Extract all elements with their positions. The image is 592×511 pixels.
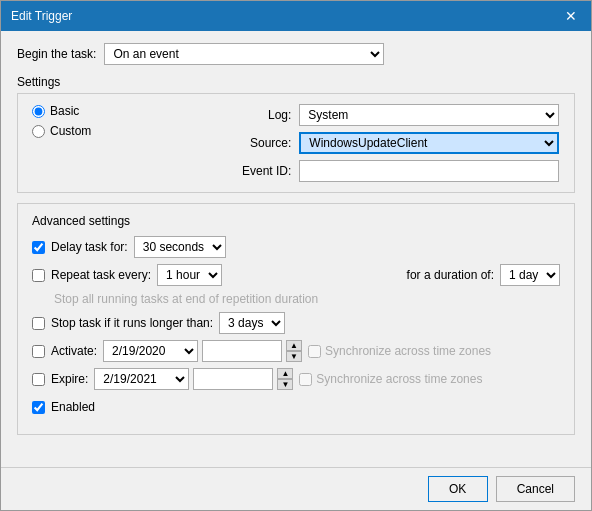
- radio-group: Basic Custom: [32, 104, 91, 138]
- activate-sync-group: Synchronize across time zones: [308, 344, 491, 358]
- stop-repetition-row: Stop all running tasks at end of repetit…: [32, 292, 560, 306]
- dialog-body: Begin the task: On an event Settings Bas…: [1, 31, 591, 467]
- activate-sync-label: Synchronize across time zones: [325, 344, 491, 358]
- begin-task-label: Begin the task:: [17, 47, 96, 61]
- radio-custom-label[interactable]: Custom: [32, 124, 91, 138]
- advanced-section-wrapper: Advanced settings Delay task for: 30 sec…: [17, 203, 575, 435]
- delay-row: Delay task for: 30 seconds: [32, 236, 560, 258]
- stop-task-row: Stop task if it runs longer than: 3 days: [32, 312, 560, 334]
- activate-sync-checkbox[interactable]: [308, 345, 321, 358]
- event-fields: Log: System Source: WindowsUpdateClient: [231, 104, 559, 182]
- activate-label: Activate:: [51, 344, 97, 358]
- settings-label: Settings: [17, 75, 575, 89]
- dialog-footer: OK Cancel: [1, 467, 591, 510]
- expire-spin-down[interactable]: ▼: [277, 379, 293, 390]
- expire-date-select[interactable]: 2/19/2021: [94, 368, 189, 390]
- expire-row: Expire: 2/19/2021 6:27:52 PM ▲ ▼ Syn: [32, 368, 560, 390]
- source-row: Source: WindowsUpdateClient: [231, 132, 559, 154]
- radio-custom[interactable]: [32, 125, 45, 138]
- activate-time-input[interactable]: 6:27:52 PM: [202, 340, 282, 362]
- repeat-row: Repeat task every: 1 hour for a duration…: [32, 264, 560, 286]
- cancel-button[interactable]: Cancel: [496, 476, 575, 502]
- radio-custom-text: Custom: [50, 124, 91, 138]
- title-bar: Edit Trigger ✕: [1, 1, 591, 31]
- log-select[interactable]: System: [299, 104, 559, 126]
- expire-time-input[interactable]: 6:27:52 PM: [193, 368, 273, 390]
- radio-basic-text: Basic: [50, 104, 79, 118]
- event-id-input[interactable]: 19: [299, 160, 559, 182]
- activate-row: Activate: 2/19/2020 6:27:52 PM ▲ ▼ S: [32, 340, 560, 362]
- repeat-label: Repeat task every:: [51, 268, 151, 282]
- stop-task-select[interactable]: 3 days: [219, 312, 285, 334]
- ok-button[interactable]: OK: [428, 476, 488, 502]
- log-row: Log: System: [231, 104, 559, 126]
- stop-repetition-text: Stop all running tasks at end of repetit…: [54, 292, 318, 306]
- activate-checkbox[interactable]: [32, 345, 45, 358]
- duration-group: for a duration of: 1 day: [407, 264, 560, 286]
- event-id-row: Event ID: 19: [231, 160, 559, 182]
- expire-spinner: ▲ ▼: [277, 368, 293, 390]
- delay-select[interactable]: 30 seconds: [134, 236, 226, 258]
- close-button[interactable]: ✕: [561, 6, 581, 26]
- repeat-checkbox[interactable]: [32, 269, 45, 282]
- delay-checkbox[interactable]: [32, 241, 45, 254]
- expire-sync-checkbox[interactable]: [299, 373, 312, 386]
- delay-label: Delay task for:: [51, 240, 128, 254]
- begin-task-row: Begin the task: On an event: [17, 43, 575, 65]
- expire-sync-label: Synchronize across time zones: [316, 372, 482, 386]
- begin-task-select[interactable]: On an event: [104, 43, 384, 65]
- settings-inner: Basic Custom Log: System: [32, 104, 560, 182]
- expire-sync-group: Synchronize across time zones: [299, 372, 482, 386]
- activate-date-select[interactable]: 2/19/2020: [103, 340, 198, 362]
- advanced-title: Advanced settings: [32, 214, 560, 228]
- activate-spin-up[interactable]: ▲: [286, 340, 302, 351]
- repeat-select[interactable]: 1 hour: [157, 264, 222, 286]
- log-label: Log:: [231, 108, 291, 122]
- source-label: Source:: [231, 136, 291, 150]
- activate-spin-down[interactable]: ▼: [286, 351, 302, 362]
- activate-spinner: ▲ ▼: [286, 340, 302, 362]
- duration-label: for a duration of:: [407, 268, 494, 282]
- settings-section: Settings Basic Custom: [17, 75, 575, 193]
- radio-basic[interactable]: [32, 105, 45, 118]
- radio-basic-label[interactable]: Basic: [32, 104, 91, 118]
- enabled-checkbox[interactable]: [32, 401, 45, 414]
- stop-task-checkbox[interactable]: [32, 317, 45, 330]
- advanced-section: Advanced settings Delay task for: 30 sec…: [17, 203, 575, 435]
- edit-trigger-dialog: Edit Trigger ✕ Begin the task: On an eve…: [0, 0, 592, 511]
- expire-label: Expire:: [51, 372, 88, 386]
- settings-box: Basic Custom Log: System: [17, 93, 575, 193]
- dialog-title: Edit Trigger: [11, 9, 72, 23]
- expire-datetime: 2/19/2021 6:27:52 PM ▲ ▼: [94, 368, 293, 390]
- activate-datetime: 2/19/2020 6:27:52 PM ▲ ▼: [103, 340, 302, 362]
- enabled-row: Enabled: [32, 396, 560, 418]
- event-id-label: Event ID:: [231, 164, 291, 178]
- enabled-label: Enabled: [51, 400, 95, 414]
- expire-checkbox[interactable]: [32, 373, 45, 386]
- expire-spin-up[interactable]: ▲: [277, 368, 293, 379]
- duration-select[interactable]: 1 day: [500, 264, 560, 286]
- source-select[interactable]: WindowsUpdateClient: [299, 132, 559, 154]
- stop-task-label: Stop task if it runs longer than:: [51, 316, 213, 330]
